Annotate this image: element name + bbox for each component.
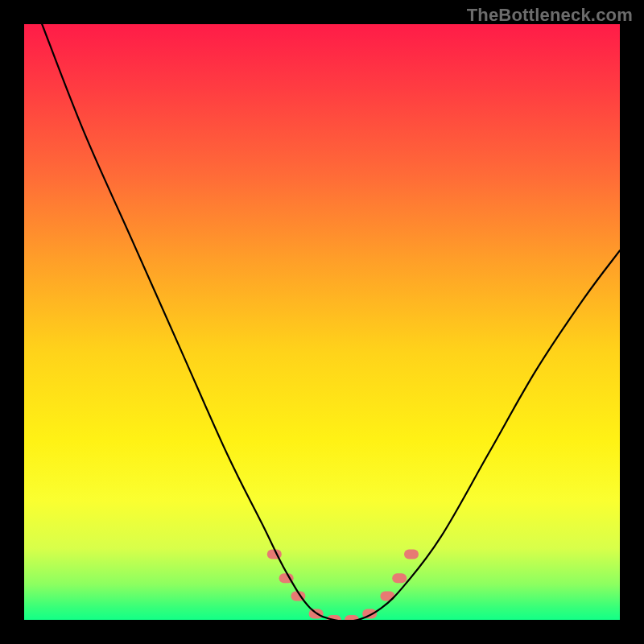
- highlight-markers: [267, 550, 419, 620]
- watermark-text: TheBottleneck.com: [467, 5, 633, 26]
- marker-dot: [392, 573, 407, 583]
- plot-area: [24, 24, 620, 620]
- marker-dot: [404, 550, 419, 559]
- chart-frame: TheBottleneck.com: [0, 0, 644, 644]
- bottleneck-curve: [42, 24, 620, 620]
- curve-layer: [24, 24, 620, 620]
- marker-dot: [345, 615, 359, 620]
